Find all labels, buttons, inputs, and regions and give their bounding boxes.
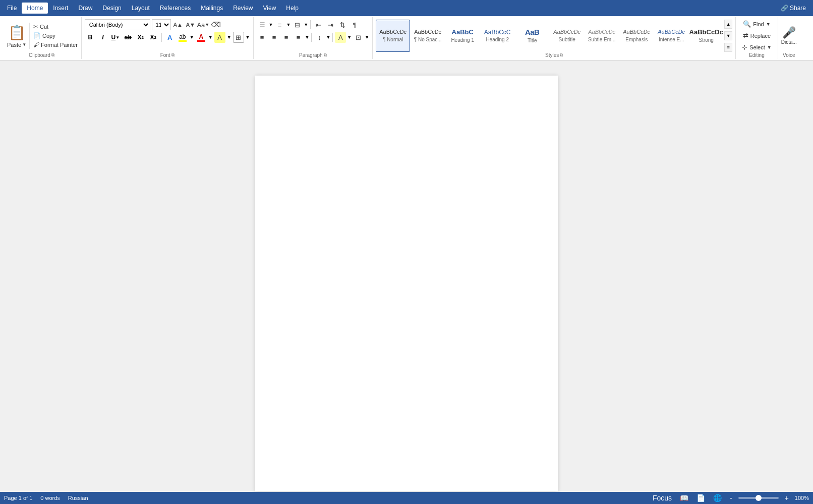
styles-scroll: ▲ ▼ ≡ xyxy=(724,20,732,52)
focus-button[interactable]: Focus xyxy=(651,493,674,503)
format-painter-button[interactable]: 🖌 Format Painter xyxy=(32,41,79,49)
copy-button[interactable]: 📄 Copy xyxy=(32,32,79,40)
web-layout-icon[interactable]: 🌐 xyxy=(711,493,724,503)
menu-insert[interactable]: Insert xyxy=(48,3,73,14)
style-subtle-em[interactable]: AaBbCcDc Subtle Em... xyxy=(585,20,619,52)
editing-group: 🔍 Find ▼ ⇄ Replace ⊹ Select ▼ Editing xyxy=(736,17,778,59)
find-dropdown-icon[interactable]: ▼ xyxy=(766,22,771,27)
align-right-button[interactable]: ≡ xyxy=(281,32,292,43)
page-info[interactable]: Page 1 of 1 xyxy=(4,495,32,501)
menu-review[interactable]: Review xyxy=(228,3,258,14)
increase-indent-button[interactable]: ⇥ xyxy=(325,19,336,30)
increase-font-size-button[interactable]: A▲ xyxy=(172,19,184,30)
style-strong[interactable]: AaBbCcDc Strong xyxy=(689,20,723,52)
superscript-button[interactable]: X2 xyxy=(148,32,159,43)
zoom-out-icon[interactable]: - xyxy=(728,493,734,503)
dictate-button[interactable]: 🎤 Dicta... xyxy=(781,19,797,52)
justify-button[interactable]: ≡ xyxy=(293,32,304,43)
clear-formatting-button[interactable]: ⌫ xyxy=(210,19,221,30)
styles-expand-icon[interactable]: ⧉ xyxy=(560,52,563,58)
cut-button[interactable]: ✂ Cut xyxy=(32,23,79,31)
multilevel-dropdown-icon[interactable]: ▼ xyxy=(304,22,308,27)
style-no-spacing[interactable]: AaBbCcDc ¶ No Spac... xyxy=(411,20,445,52)
zoom-slider[interactable] xyxy=(738,497,779,499)
numbering-dropdown-icon[interactable]: ▼ xyxy=(286,22,291,27)
styles-scroll-up[interactable]: ▲ xyxy=(724,20,732,29)
shading-para-button[interactable]: A xyxy=(335,32,346,43)
highlight-color-button[interactable]: ab xyxy=(177,33,188,42)
font-color-button[interactable]: A xyxy=(196,33,207,42)
numbering-button[interactable]: ≡ xyxy=(274,19,285,30)
document-page[interactable] xyxy=(255,76,558,491)
strikethrough-button[interactable]: ab xyxy=(123,32,134,43)
bullets-dropdown-icon[interactable]: ▼ xyxy=(269,22,273,27)
style-emphasis[interactable]: AaBbCcDc Emphasis xyxy=(619,20,654,52)
shading-dropdown-icon[interactable]: ▼ xyxy=(227,35,231,40)
menu-file[interactable]: File xyxy=(2,3,22,14)
text-effects-button[interactable]: A xyxy=(164,32,176,43)
align-center-button[interactable]: ≡ xyxy=(269,32,280,43)
subscript-button[interactable]: X2 xyxy=(135,32,146,43)
multilevel-button[interactable]: ⊟ xyxy=(292,19,303,30)
style-subtitle[interactable]: AaBbCcDc Subtitle xyxy=(550,20,584,52)
underline-dropdown-icon[interactable]: ▼ xyxy=(115,35,120,40)
decrease-indent-button[interactable]: ⇤ xyxy=(313,19,324,30)
menu-mailings[interactable]: Mailings xyxy=(196,3,228,14)
shading-button[interactable]: A xyxy=(214,32,225,43)
line-spacing-dropdown-icon[interactable]: ▼ xyxy=(326,35,330,40)
line-spacing-button[interactable]: ↕ xyxy=(314,32,325,43)
change-case-button[interactable]: Aa▼ xyxy=(198,19,209,30)
menu-help[interactable]: Help xyxy=(281,3,304,14)
find-button[interactable]: 🔍 Find ▼ xyxy=(741,19,772,29)
font-controls: Calibri (Body) 11 A▲ A▼ Aa▼ ⌫ B I U ▼ xyxy=(85,19,250,43)
word-count[interactable]: 0 words xyxy=(40,495,60,501)
select-dropdown-icon[interactable]: ▼ xyxy=(767,45,772,50)
menu-references[interactable]: References xyxy=(155,3,196,14)
shading-para-dropdown-icon[interactable]: ▼ xyxy=(347,35,352,40)
menu-draw[interactable]: Draw xyxy=(73,3,97,14)
clipboard-expand-icon[interactable]: ⧉ xyxy=(51,52,54,58)
bullets-button[interactable]: ☰ xyxy=(257,19,268,30)
styles-expand[interactable]: ≡ xyxy=(724,43,732,52)
borders-para-dropdown-icon[interactable]: ▼ xyxy=(365,35,369,40)
paste-dropdown-icon[interactable]: ▼ xyxy=(22,42,26,47)
replace-button[interactable]: ⇄ Replace xyxy=(741,31,773,40)
read-mode-icon[interactable]: 📖 xyxy=(678,493,690,503)
show-formatting-button[interactable]: ¶ xyxy=(349,19,360,30)
underline-button[interactable]: U ▼ xyxy=(110,32,121,43)
style-normal[interactable]: AaBbCcDc ¶ Normal xyxy=(376,20,410,52)
menu-layout[interactable]: Layout xyxy=(127,3,155,14)
style-title[interactable]: AaB Title xyxy=(515,20,549,52)
share-button[interactable]: 🔗 Share xyxy=(776,3,811,14)
borders-dropdown-icon[interactable]: ▼ xyxy=(246,35,250,40)
print-layout-icon[interactable]: 📄 xyxy=(694,493,707,503)
font-family-select[interactable]: Calibri (Body) xyxy=(85,19,150,30)
language[interactable]: Russian xyxy=(68,495,88,501)
decrease-font-size-button[interactable]: A▼ xyxy=(185,19,196,30)
align-left-button[interactable]: ≡ xyxy=(257,32,268,43)
justify-dropdown-icon[interactable]: ▼ xyxy=(305,35,310,40)
font-size-select[interactable]: 11 xyxy=(152,19,171,30)
font-expand-icon[interactable]: ⧉ xyxy=(171,52,175,58)
paragraph-expand-icon[interactable]: ⧉ xyxy=(324,52,327,58)
style-heading2[interactable]: AaBbCcC Heading 2 xyxy=(480,20,514,52)
menu-view[interactable]: View xyxy=(258,3,281,14)
bold-button[interactable]: B xyxy=(85,32,96,43)
borders-para-button[interactable]: ⊡ xyxy=(353,32,364,43)
para-sep3 xyxy=(332,33,333,42)
styles-scroll-down[interactable]: ▼ xyxy=(724,31,732,40)
menu-design[interactable]: Design xyxy=(97,3,126,14)
style-heading1[interactable]: AaBbC Heading 1 xyxy=(445,20,480,52)
select-button[interactable]: ⊹ Select ▼ xyxy=(740,42,774,52)
italic-button[interactable]: I xyxy=(97,32,108,43)
style-no-spacing-name: ¶ No Spac... xyxy=(414,37,442,42)
paste-button[interactable]: 📋 Paste ▼ xyxy=(4,23,30,49)
zoom-in-icon[interactable]: + xyxy=(783,493,791,503)
zoom-percent[interactable]: 100% xyxy=(795,495,809,501)
style-intense-e[interactable]: AaBbCcDc Intense E... xyxy=(654,20,688,52)
font-color-dropdown-icon[interactable]: ▼ xyxy=(208,35,213,40)
sort-button[interactable]: ⇅ xyxy=(337,19,348,30)
borders-button[interactable]: ⊞ xyxy=(233,32,244,43)
highlight-dropdown-icon[interactable]: ▼ xyxy=(190,35,194,40)
menu-home[interactable]: Home xyxy=(22,3,48,14)
